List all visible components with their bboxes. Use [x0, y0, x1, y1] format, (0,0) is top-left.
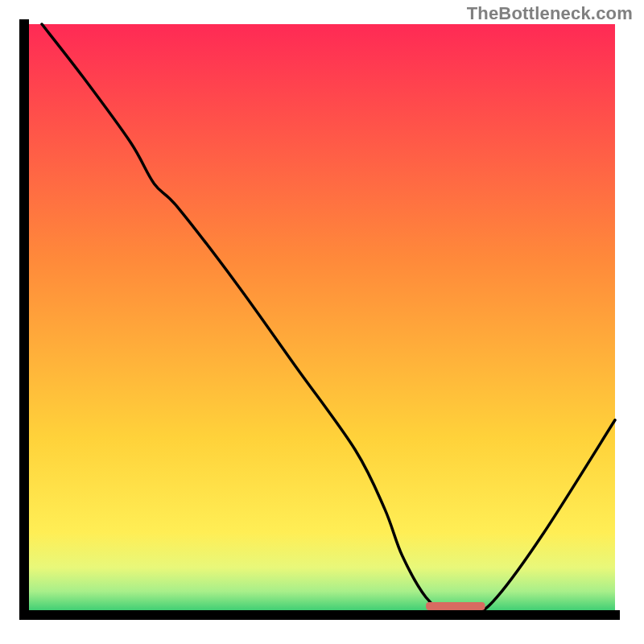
optimal-range-marker: [426, 602, 485, 610]
chart-svg: [0, 0, 644, 644]
chart-container: TheBottleneck.com: [0, 0, 644, 644]
gradient-background: [24, 24, 615, 615]
plot-area: [24, 24, 615, 617]
watermark-text: TheBottleneck.com: [467, 3, 633, 24]
